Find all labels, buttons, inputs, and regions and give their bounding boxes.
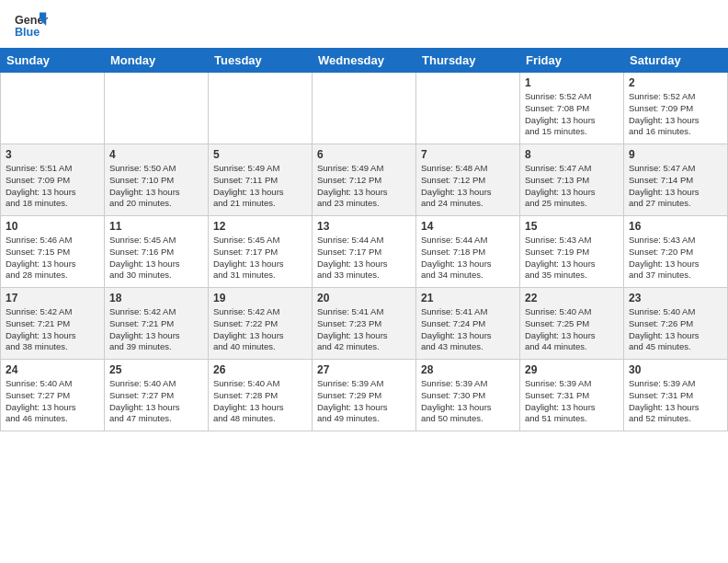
cell-info: Sunrise: 5:39 AM Sunset: 7:30 PM Dayligh… [421,378,515,425]
cell-info: Sunrise: 5:45 AM Sunset: 7:17 PM Dayligh… [213,235,307,282]
calendar-day-cell: 14Sunrise: 5:44 AM Sunset: 7:18 PM Dayli… [416,216,520,288]
logo: General Blue [15,9,48,42]
cell-info: Sunrise: 5:47 AM Sunset: 7:14 PM Dayligh… [629,163,722,210]
day-number: 29 [525,363,619,376]
calendar-day-cell: 3Sunrise: 5:51 AM Sunset: 7:09 PM Daylig… [1,144,105,216]
weekday-header-tuesday: Tuesday [209,49,313,73]
calendar-day-cell: 11Sunrise: 5:45 AM Sunset: 7:16 PM Dayli… [105,216,209,288]
weekday-header-wednesday: Wednesday [313,49,416,73]
cell-info: Sunrise: 5:49 AM Sunset: 7:11 PM Dayligh… [213,163,307,210]
calendar-week-row: 17Sunrise: 5:42 AM Sunset: 7:21 PM Dayli… [1,288,728,360]
cell-info: Sunrise: 5:44 AM Sunset: 7:17 PM Dayligh… [317,235,411,282]
header-area: General Blue [0,0,728,48]
calendar-week-row: 1Sunrise: 5:52 AM Sunset: 7:08 PM Daylig… [1,73,728,144]
day-number: 26 [213,363,307,376]
day-number: 10 [6,220,99,233]
cell-info: Sunrise: 5:48 AM Sunset: 7:12 PM Dayligh… [421,163,515,210]
day-number: 16 [629,220,722,233]
empty-cell [313,73,416,144]
cell-info: Sunrise: 5:42 AM Sunset: 7:22 PM Dayligh… [213,306,307,353]
cell-info: Sunrise: 5:49 AM Sunset: 7:12 PM Dayligh… [317,163,411,210]
day-number: 30 [629,363,722,376]
cell-info: Sunrise: 5:40 AM Sunset: 7:27 PM Dayligh… [6,378,99,425]
day-number: 25 [109,363,203,376]
calendar-day-cell: 28Sunrise: 5:39 AM Sunset: 7:30 PM Dayli… [416,360,520,431]
cell-info: Sunrise: 5:52 AM Sunset: 7:08 PM Dayligh… [525,91,619,138]
day-number: 19 [213,292,307,304]
day-number: 20 [317,292,411,304]
cell-info: Sunrise: 5:40 AM Sunset: 7:28 PM Dayligh… [213,378,307,425]
calendar-day-cell: 5Sunrise: 5:49 AM Sunset: 7:11 PM Daylig… [209,144,313,216]
day-number: 18 [109,292,203,304]
calendar-day-cell: 1Sunrise: 5:52 AM Sunset: 7:08 PM Daylig… [520,73,624,144]
cell-info: Sunrise: 5:42 AM Sunset: 7:21 PM Dayligh… [109,306,203,353]
calendar-day-cell: 25Sunrise: 5:40 AM Sunset: 7:27 PM Dayli… [105,360,209,431]
calendar-day-cell: 10Sunrise: 5:46 AM Sunset: 7:15 PM Dayli… [1,216,105,288]
weekday-header-row: SundayMondayTuesdayWednesdayThursdayFrid… [1,49,728,73]
weekday-header-thursday: Thursday [416,49,520,73]
cell-info: Sunrise: 5:39 AM Sunset: 7:31 PM Dayligh… [629,378,722,425]
day-number: 17 [6,292,99,304]
weekday-header-friday: Friday [520,49,624,73]
cell-info: Sunrise: 5:41 AM Sunset: 7:24 PM Dayligh… [421,306,515,353]
empty-cell [1,73,105,144]
day-number: 1 [525,76,619,89]
calendar-day-cell: 13Sunrise: 5:44 AM Sunset: 7:17 PM Dayli… [313,216,416,288]
calendar-day-cell: 19Sunrise: 5:42 AM Sunset: 7:22 PM Dayli… [209,288,313,360]
day-number: 3 [6,148,99,161]
calendar-day-cell: 18Sunrise: 5:42 AM Sunset: 7:21 PM Dayli… [105,288,209,360]
calendar-day-cell: 2Sunrise: 5:52 AM Sunset: 7:09 PM Daylig… [624,73,728,144]
empty-cell [105,73,209,144]
day-number: 21 [421,292,515,304]
cell-info: Sunrise: 5:43 AM Sunset: 7:19 PM Dayligh… [525,235,619,282]
day-number: 14 [421,220,515,233]
cell-info: Sunrise: 5:46 AM Sunset: 7:15 PM Dayligh… [6,235,99,282]
day-number: 9 [629,148,722,161]
cell-info: Sunrise: 5:39 AM Sunset: 7:29 PM Dayligh… [317,378,411,425]
day-number: 5 [213,148,307,161]
cell-info: Sunrise: 5:41 AM Sunset: 7:23 PM Dayligh… [317,306,411,353]
day-number: 7 [421,148,515,161]
calendar-day-cell: 20Sunrise: 5:41 AM Sunset: 7:23 PM Dayli… [313,288,416,360]
day-number: 15 [525,220,619,233]
calendar-day-cell: 12Sunrise: 5:45 AM Sunset: 7:17 PM Dayli… [209,216,313,288]
calendar-day-cell: 23Sunrise: 5:40 AM Sunset: 7:26 PM Dayli… [624,288,728,360]
day-number: 11 [109,220,203,233]
calendar-table: SundayMondayTuesdayWednesdayThursdayFrid… [0,48,728,431]
cell-info: Sunrise: 5:44 AM Sunset: 7:18 PM Dayligh… [421,235,515,282]
calendar-day-cell: 8Sunrise: 5:47 AM Sunset: 7:13 PM Daylig… [520,144,624,216]
calendar-day-cell: 24Sunrise: 5:40 AM Sunset: 7:27 PM Dayli… [1,360,105,431]
calendar-day-cell: 26Sunrise: 5:40 AM Sunset: 7:28 PM Dayli… [209,360,313,431]
day-number: 13 [317,220,411,233]
calendar-day-cell: 27Sunrise: 5:39 AM Sunset: 7:29 PM Dayli… [313,360,416,431]
calendar-day-cell: 29Sunrise: 5:39 AM Sunset: 7:31 PM Dayli… [520,360,624,431]
calendar-day-cell: 30Sunrise: 5:39 AM Sunset: 7:31 PM Dayli… [624,360,728,431]
day-number: 28 [421,363,515,376]
cell-info: Sunrise: 5:39 AM Sunset: 7:31 PM Dayligh… [525,378,619,425]
empty-cell [209,73,313,144]
weekday-header-saturday: Saturday [624,49,728,73]
calendar-day-cell: 6Sunrise: 5:49 AM Sunset: 7:12 PM Daylig… [313,144,416,216]
calendar-day-cell: 21Sunrise: 5:41 AM Sunset: 7:24 PM Dayli… [416,288,520,360]
day-number: 8 [525,148,619,161]
day-number: 24 [6,363,99,376]
weekday-header-monday: Monday [105,49,209,73]
calendar-week-row: 10Sunrise: 5:46 AM Sunset: 7:15 PM Dayli… [1,216,728,288]
day-number: 27 [317,363,411,376]
cell-info: Sunrise: 5:40 AM Sunset: 7:26 PM Dayligh… [629,306,722,353]
calendar-day-cell: 4Sunrise: 5:50 AM Sunset: 7:10 PM Daylig… [105,144,209,216]
cell-info: Sunrise: 5:50 AM Sunset: 7:10 PM Dayligh… [109,163,203,210]
calendar-week-row: 3Sunrise: 5:51 AM Sunset: 7:09 PM Daylig… [1,144,728,216]
cell-info: Sunrise: 5:40 AM Sunset: 7:27 PM Dayligh… [109,378,203,425]
cell-info: Sunrise: 5:42 AM Sunset: 7:21 PM Dayligh… [6,306,99,353]
cell-info: Sunrise: 5:51 AM Sunset: 7:09 PM Dayligh… [6,163,99,210]
cell-info: Sunrise: 5:47 AM Sunset: 7:13 PM Dayligh… [525,163,619,210]
calendar-day-cell: 16Sunrise: 5:43 AM Sunset: 7:20 PM Dayli… [624,216,728,288]
calendar-day-cell: 7Sunrise: 5:48 AM Sunset: 7:12 PM Daylig… [416,144,520,216]
svg-text:Blue: Blue [15,26,40,39]
calendar-day-cell: 22Sunrise: 5:40 AM Sunset: 7:25 PM Dayli… [520,288,624,360]
day-number: 22 [525,292,619,304]
cell-info: Sunrise: 5:52 AM Sunset: 7:09 PM Dayligh… [629,91,722,138]
day-number: 23 [629,292,722,304]
cell-info: Sunrise: 5:45 AM Sunset: 7:16 PM Dayligh… [109,235,203,282]
